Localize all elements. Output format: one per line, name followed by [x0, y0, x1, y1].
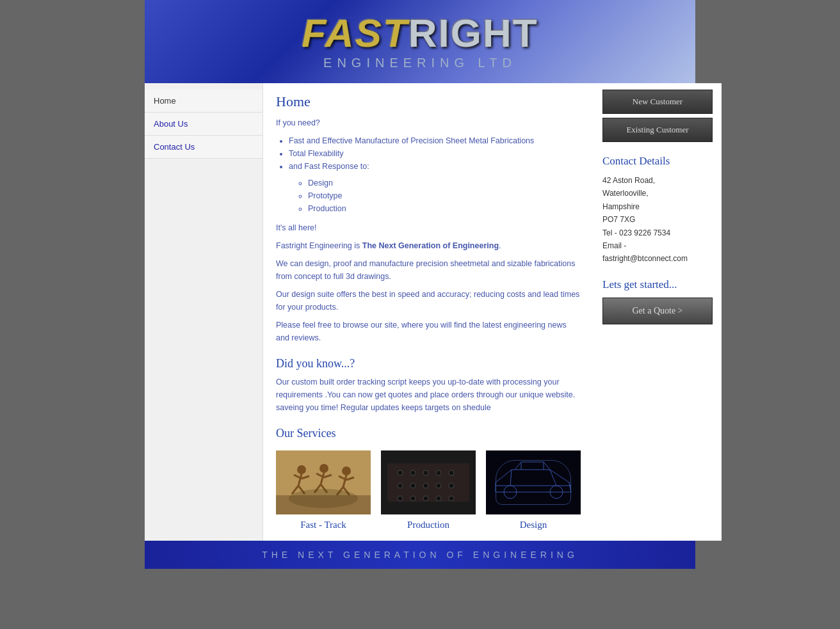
svg-point-28	[410, 483, 416, 488]
logo-right: RIGHT	[408, 11, 538, 55]
header: FASTRIGHT ENGINEERING LTD	[145, 0, 695, 83]
footer-text: THE NEXT GENERATION OF ENGINEERING	[262, 550, 578, 560]
our-services-heading: Our Services	[276, 427, 581, 440]
svg-line-42	[550, 470, 556, 486]
if-you-need-text: If you need?	[276, 116, 581, 129]
para2: Our design suite offers the best in spee…	[276, 288, 581, 314]
service-design[interactable]: Design	[486, 450, 581, 530]
right-panel: New Customer Existing Customer Contact D…	[594, 83, 722, 541]
svg-point-22	[398, 470, 403, 475]
service-fast-track[interactable]: Fast - Track	[276, 450, 371, 530]
svg-point-27	[398, 483, 403, 488]
svg-point-40	[550, 486, 563, 498]
did-you-know-heading: Did you know...?	[276, 357, 581, 370]
svg-point-34	[423, 496, 428, 501]
bullet-item-1: Fast and Effective Manufacture of Precis…	[289, 134, 581, 147]
existing-customer-button[interactable]: Existing Customer	[602, 118, 713, 142]
bullet-item-3: and Fast Response to:	[289, 160, 581, 173]
lets-started-heading: Lets get started...	[602, 278, 713, 291]
sidebar-item-contact[interactable]: Contact Us	[145, 136, 262, 159]
svg-point-31	[449, 483, 454, 488]
contact-details-heading: Contact Details	[602, 155, 713, 168]
address-line3: Hampshire	[602, 200, 713, 213]
page-title: Home	[276, 93, 581, 110]
main-bullet-list: Fast and Effective Manufacture of Precis…	[289, 134, 581, 173]
sidebar: Home About Us Contact Us	[145, 83, 263, 541]
svg-point-36	[449, 496, 454, 501]
email: Email - fastright@btconnect.com	[602, 239, 713, 266]
svg-point-29	[423, 483, 428, 488]
sub-item-production: Production	[308, 202, 581, 215]
tel: Tel - 023 9226 7534	[602, 227, 713, 239]
did-you-know-text: Our custom built order tracking script k…	[276, 376, 581, 414]
address-line2: Waterlooville,	[602, 187, 713, 200]
svg-point-14	[342, 466, 351, 475]
svg-rect-1	[276, 495, 371, 514]
svg-line-38	[569, 482, 571, 492]
get-a-quote-button[interactable]: Get a Quote >	[602, 298, 713, 324]
tagline-bold: The Next Generation of Engineering	[362, 241, 499, 250]
svg-point-30	[436, 483, 441, 488]
production-image	[381, 450, 476, 514]
services-grid: Fast - Track	[276, 450, 581, 530]
design-image	[486, 450, 581, 514]
site-logo: FASTRIGHT	[302, 13, 538, 53]
its-all-here: It's all here!	[276, 221, 581, 234]
svg-point-39	[504, 486, 517, 498]
production-label: Production	[381, 520, 476, 530]
sidebar-item-home[interactable]: Home	[145, 90, 262, 113]
tagline-suffix: .	[499, 241, 501, 250]
footer: THE NEXT GENERATION OF ENGINEERING	[145, 541, 695, 569]
design-label: Design	[486, 520, 581, 530]
svg-point-23	[410, 470, 416, 475]
main-content: Home If you need? Fast and Effective Man…	[263, 83, 594, 541]
tagline-prefix: Fastright Engineering is	[276, 241, 362, 250]
address-line1: 42 Aston Road,	[602, 174, 713, 187]
bullet-item-2: Total Flexability	[289, 147, 581, 160]
sub-item-design: Design	[308, 177, 581, 189]
svg-line-41	[510, 470, 512, 486]
svg-point-33	[410, 496, 416, 501]
svg-point-8	[319, 464, 328, 473]
svg-point-26	[449, 470, 454, 475]
address-postcode: PO7 7XG	[602, 213, 713, 226]
logo-fast: FAST	[302, 11, 408, 55]
para1: We can design, proof and manufacture pre…	[276, 257, 581, 283]
svg-point-32	[398, 496, 403, 501]
logo-subtitle: ENGINEERING LTD	[302, 56, 538, 70]
para3: Please feel free to browse our site, whe…	[276, 319, 581, 344]
tagline: Fastright Engineering is The Next Genera…	[276, 239, 581, 252]
sidebar-item-about[interactable]: About Us	[145, 113, 262, 136]
svg-point-25	[436, 470, 441, 475]
fast-track-image	[276, 450, 371, 514]
fast-track-label: Fast - Track	[276, 520, 371, 530]
sub-bullet-list: Design Prototype Production	[308, 177, 581, 215]
svg-point-35	[436, 496, 441, 501]
svg-rect-37	[486, 450, 581, 514]
service-production[interactable]: Production	[381, 450, 476, 530]
new-customer-button[interactable]: New Customer	[602, 90, 713, 114]
svg-point-2	[297, 465, 306, 474]
svg-point-24	[423, 470, 428, 475]
sub-item-prototype: Prototype	[308, 189, 581, 202]
